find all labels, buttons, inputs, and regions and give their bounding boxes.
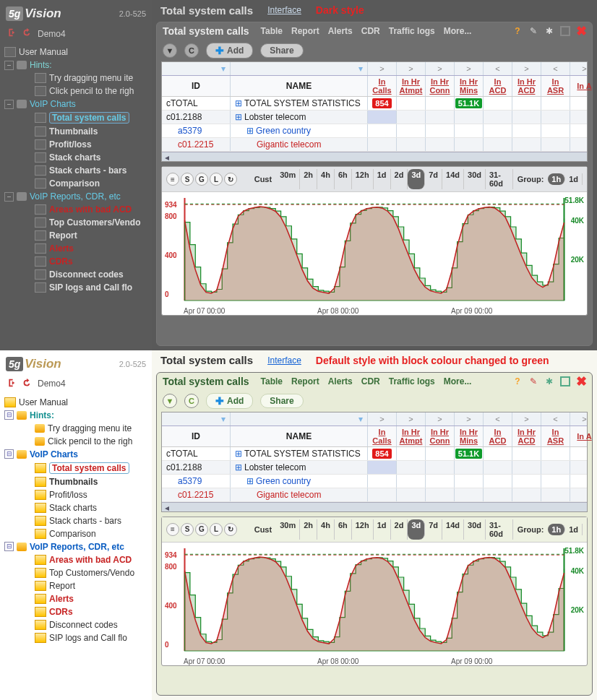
h-scrollbar[interactable]: ◂: [162, 152, 587, 161]
table-row[interactable]: a5379 ⊞Green country: [162, 475, 587, 488]
nav-comparison[interactable]: Comparison: [3, 177, 152, 190]
nav-alerts[interactable]: Alerts: [3, 592, 152, 605]
nav-siplogs[interactable]: SIP logs and Call flo: [3, 281, 152, 294]
nav-siplogs[interactable]: SIP logs and Call flo: [3, 631, 152, 644]
filter-mins[interactable]: >: [455, 62, 484, 75]
nav-profitloss[interactable]: Profit/loss: [3, 138, 152, 151]
minus-icon[interactable]: –: [4, 192, 14, 202]
plus-icon[interactable]: ⊞: [235, 462, 242, 472]
range-2h[interactable]: 2h: [300, 519, 317, 540]
nav-bad-acd[interactable]: Areas with bad ACD: [3, 203, 152, 216]
nav-disconnect[interactable]: Disconnect codes: [3, 268, 152, 281]
voip-reports-folder[interactable]: –VoIP Reports, CDR, etc: [3, 190, 152, 203]
nav-profitloss[interactable]: Profit/loss: [3, 488, 152, 501]
table-row[interactable]: cTOTAL ⊞TOTAL SYSTEM STATISTICS 854 51.1…: [162, 447, 587, 461]
filter-atmpt[interactable]: >: [397, 62, 426, 75]
filter-conn[interactable]: >: [426, 412, 455, 425]
col-asr[interactable]: In ASR: [541, 426, 570, 446]
tab-report[interactable]: Report: [291, 26, 319, 36]
nav-thumbnails[interactable]: Thumbnails: [3, 475, 152, 488]
voip-charts-folder[interactable]: ⊟VoIP Charts: [3, 448, 152, 461]
plus-icon[interactable]: ⊞: [246, 126, 254, 136]
list-icon[interactable]: ≡: [166, 173, 179, 186]
col-hracd[interactable]: In Hr ACD: [512, 426, 541, 446]
range-2h[interactable]: 2h: [300, 169, 317, 189]
nav-alerts[interactable]: Alerts: [3, 242, 152, 255]
filter-calls[interactable]: >: [368, 412, 397, 425]
range-12h[interactable]: 12h: [352, 519, 374, 540]
col-a[interactable]: In A: [570, 76, 593, 96]
nav-stack[interactable]: Stack charts: [3, 151, 152, 164]
cust-label[interactable]: Cust: [254, 525, 272, 534]
filter-hracd[interactable]: >: [512, 62, 541, 75]
col-mins[interactable]: In Hr Mins: [455, 426, 484, 446]
group-1d[interactable]: 1d: [565, 524, 583, 535]
exit-icon[interactable]: [6, 27, 16, 40]
plus-icon[interactable]: ⊞: [235, 112, 242, 122]
close-icon[interactable]: ✖: [576, 26, 586, 36]
table-row[interactable]: cTOTAL ⊞TOTAL SYSTEM STATISTICS 854 51.1…: [162, 97, 587, 111]
plus-icon[interactable]: ⊞: [235, 449, 242, 459]
voip-charts-folder[interactable]: –VoIP Charts: [3, 98, 152, 111]
nav-top-cust[interactable]: Top Customers/Vendo: [3, 216, 152, 229]
chart-area[interactable]: 934 800 400 0 51.8K 40K 20K Apr 07 00:00…: [162, 543, 587, 665]
add-button[interactable]: ✚Add: [206, 393, 253, 409]
table-row[interactable]: a5379 ⊞Green country: [162, 124, 587, 138]
hints-folder[interactable]: –Hints:: [3, 59, 152, 72]
s-button[interactable]: S: [181, 173, 194, 186]
funnel-button[interactable]: ▼: [163, 43, 177, 58]
filter-calls[interactable]: >: [368, 62, 397, 75]
hint-pencil[interactable]: Click pencil to the righ: [3, 435, 152, 448]
interface-link[interactable]: Interface: [267, 355, 301, 366]
col-name[interactable]: NAME: [231, 76, 368, 96]
range-30m[interactable]: 30m: [276, 169, 300, 189]
tab-cdr[interactable]: CDR: [361, 26, 380, 36]
minus-icon[interactable]: –: [4, 61, 14, 70]
table-row[interactable]: c01.2215 Gigantic telecom: [162, 138, 587, 152]
range-31-60d[interactable]: 31-60d: [486, 169, 513, 189]
hint-pencil[interactable]: Click pencil to the righ: [3, 85, 152, 98]
user-manual[interactable]: User Manual: [3, 396, 152, 409]
chevron-down-icon[interactable]: ▾: [358, 414, 363, 424]
minus-icon[interactable]: ⊟: [4, 410, 14, 420]
range-6h[interactable]: 6h: [335, 519, 352, 540]
col-acd[interactable]: In ACD: [484, 76, 512, 96]
refresh-icon[interactable]: ↻: [224, 173, 237, 186]
col-asr[interactable]: In ASR: [541, 76, 570, 96]
col-atmpt[interactable]: In Hr Atmpt: [397, 76, 426, 96]
range-2d[interactable]: 2d: [391, 169, 408, 189]
col-mins[interactable]: In Hr Mins: [455, 76, 484, 96]
g-button[interactable]: G: [195, 523, 208, 536]
col-id[interactable]: ID: [162, 426, 231, 446]
nav-comparison[interactable]: Comparison: [3, 527, 152, 540]
voip-reports-folder[interactable]: ⊟VoIP Reports, CDR, etc: [3, 540, 152, 553]
tab-alerts[interactable]: Alerts: [328, 376, 353, 386]
col-hracd[interactable]: In Hr ACD: [512, 76, 541, 96]
chevron-down-icon[interactable]: ▾: [221, 414, 226, 424]
nav-cdrs[interactable]: CDRs: [3, 605, 152, 618]
cust-label[interactable]: Cust: [254, 175, 272, 183]
col-calls[interactable]: In Calls: [368, 426, 397, 446]
range-4h[interactable]: 4h: [317, 519, 335, 540]
table-row[interactable]: c01.2188 ⊞Lobster telecom: [162, 111, 587, 124]
chevron-down-icon[interactable]: ▾: [221, 64, 226, 74]
table-row[interactable]: c01.2215 Gigantic telecom: [162, 488, 587, 502]
refresh-icon[interactable]: [22, 27, 32, 40]
filter-conn[interactable]: >: [426, 62, 455, 75]
range-1d[interactable]: 1d: [374, 519, 391, 540]
gear-icon[interactable]: ✱: [544, 376, 554, 386]
help-icon[interactable]: ?: [512, 26, 523, 36]
range-14d[interactable]: 14d: [442, 169, 464, 189]
filter-mins[interactable]: >: [455, 412, 484, 425]
tab-cdr[interactable]: CDR: [361, 376, 380, 386]
filter-a[interactable]: >: [570, 412, 593, 425]
tab-traffic[interactable]: Traffic logs: [389, 376, 435, 386]
range-7d[interactable]: 7d: [425, 519, 442, 540]
nav-disconnect[interactable]: Disconnect codes: [3, 618, 152, 631]
pencil-icon[interactable]: ✎: [528, 376, 538, 386]
range-12h[interactable]: 12h: [352, 169, 374, 189]
tab-table[interactable]: Table: [261, 26, 283, 36]
col-a[interactable]: In A: [570, 426, 593, 446]
filter-acd[interactable]: <: [484, 62, 512, 75]
share-button[interactable]: Share: [260, 394, 303, 408]
